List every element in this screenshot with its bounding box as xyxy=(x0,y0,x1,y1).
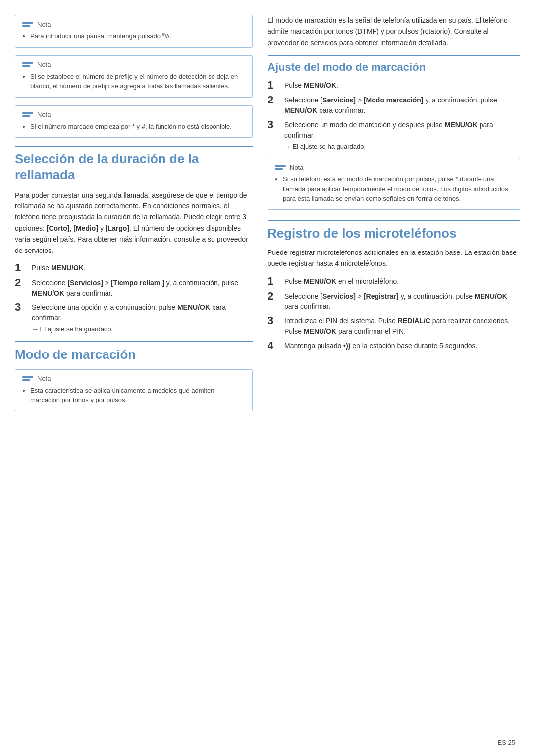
note-header-3: Nota xyxy=(22,111,245,119)
registro-steps: 1 Pulse MENU/OK en el microteléfono. 2 S… xyxy=(268,276,520,352)
section-title-registro: Registro de los microteléfonos xyxy=(268,220,520,241)
note-content-1: Para introducir una pausa, mantenga puls… xyxy=(22,31,245,41)
rellamada-steps: 1 Pulse MENU/OK. 2 Seleccione [Servicios… xyxy=(15,263,253,334)
rellamada-step-2: 2 Seleccione [Servicios] > [Tiempo rella… xyxy=(15,278,253,299)
note-icon-3 xyxy=(22,111,33,119)
note-item-2: Si se establece el número de prefijo y e… xyxy=(30,72,245,91)
ajuste-step-2: 2 Seleccione [Servicios] > [Modo marcaci… xyxy=(268,95,520,116)
note-title-1: Nota xyxy=(37,21,51,28)
note-title-marcacion: Nota xyxy=(37,375,51,382)
note-header-ajuste: Nota xyxy=(275,163,513,171)
registro-body: Puede registrar microteléfonos adicional… xyxy=(268,247,520,269)
ajuste-step-1: 1 Pulse MENU/OK. xyxy=(268,80,520,91)
note-header-1: Nota xyxy=(22,20,245,28)
right-intro: El modo de marcación es la señal de tele… xyxy=(268,15,520,48)
note-box-1: Nota Para introducir una pausa, mantenga… xyxy=(15,15,253,48)
note-box-marcacion: Nota Esta característica se aplica única… xyxy=(15,369,253,411)
note-icon-2 xyxy=(22,61,33,69)
note-item-1: Para introducir una pausa, mantenga puls… xyxy=(30,31,245,41)
note-box-2: Nota Si se establece el número de prefij… xyxy=(15,55,253,98)
right-column: El modo de marcación es la señal de tele… xyxy=(268,15,520,736)
section-title-marcacion: Modo de marcación xyxy=(15,347,253,362)
rellamada-step-1: 1 Pulse MENU/OK. xyxy=(15,263,253,274)
left-column: Nota Para introducir una pausa, mantenga… xyxy=(15,15,253,736)
divider-1 xyxy=(15,146,253,147)
note-title-ajuste: Nota xyxy=(290,164,303,171)
registro-step-2: 2 Seleccione [Servicios] > [Registrar] y… xyxy=(268,291,520,312)
note-item-3: Si el número marcado empieza por * y #, … xyxy=(30,122,245,132)
note-title-3: Nota xyxy=(37,111,51,118)
registro-step-1: 1 Pulse MENU/OK en el microteléfono. xyxy=(268,276,520,287)
ajuste-result: → El ajuste se ha guardado. xyxy=(284,142,520,151)
note-icon-1 xyxy=(22,20,33,28)
note-header-2: Nota xyxy=(22,61,245,69)
divider-2 xyxy=(15,341,253,342)
rellamada-result: → El ajuste se ha guardado. xyxy=(32,324,253,334)
note-item-marcacion: Esta característica se aplica únicamente… xyxy=(30,386,245,405)
rellamada-body: Para poder contestar una segunda llamada… xyxy=(15,190,253,256)
note-box-ajuste: Nota Si su teléfono está en modo de marc… xyxy=(268,158,520,210)
ajuste-step-3: 3 Seleccione un modo de marcación y desp… xyxy=(268,120,520,151)
section-title-ajuste: Ajuste del modo de marcación xyxy=(268,55,520,74)
note-content-ajuste: Si su teléfono está en modo de marcación… xyxy=(275,174,513,203)
registro-step-4: 4 Mantenga pulsado •)) en la estación ba… xyxy=(268,341,520,352)
note-content-3: Si el número marcado empieza por * y #, … xyxy=(22,122,245,132)
note-icon-marcacion xyxy=(22,375,33,383)
note-box-3: Nota Si el número marcado empieza por * … xyxy=(15,105,253,138)
registro-step-3: 3 Introduzca el PIN del sistema. Pulse R… xyxy=(268,316,520,337)
rellamada-step-3: 3 Seleccione una opción y, a continuació… xyxy=(15,302,253,334)
ajuste-steps: 1 Pulse MENU/OK. 2 Seleccione [Servicios… xyxy=(268,80,520,151)
note-header-marcacion: Nota xyxy=(22,375,245,383)
section-title-rellamada: Selección de la duración de la rellamada xyxy=(15,151,253,182)
note-title-2: Nota xyxy=(37,61,51,68)
note-content-2: Si se establece el número de prefijo y e… xyxy=(22,72,245,91)
page-footer: ES 25 xyxy=(498,739,515,746)
note-item-ajuste: Si su teléfono está en modo de marcación… xyxy=(283,174,513,203)
note-content-marcacion: Esta característica se aplica únicamente… xyxy=(22,386,245,405)
note-icon-ajuste xyxy=(275,163,286,171)
